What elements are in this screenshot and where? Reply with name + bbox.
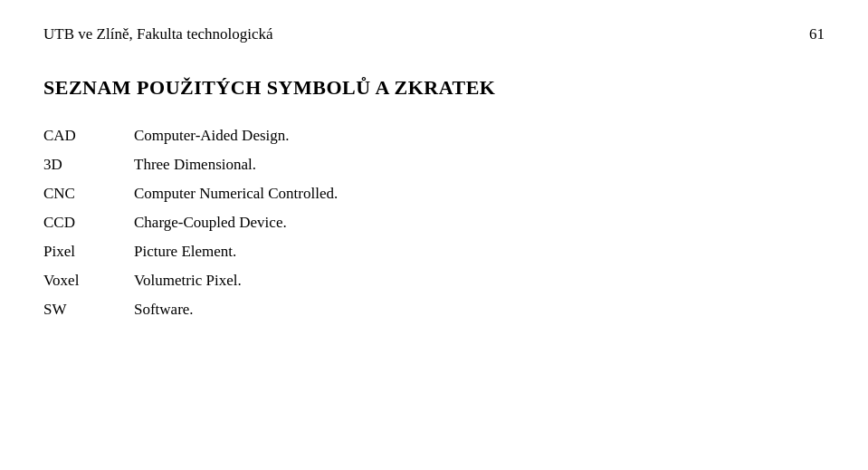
abbreviation-term: CNC [43, 185, 125, 203]
abbreviation-term: CAD [43, 127, 125, 145]
page: UTB ve Zlíně, Fakulta technologická 61 S… [0, 0, 868, 470]
abbreviation-definition: Computer Numerical Controlled. [134, 185, 338, 203]
abbreviation-definition: Software. [134, 301, 194, 319]
abbreviation-row: PixelPicture Element. [43, 243, 825, 261]
abbreviation-definition: Picture Element. [134, 243, 236, 261]
abbreviation-row: VoxelVolumetric Pixel. [43, 272, 825, 290]
abbreviation-term: Voxel [43, 272, 125, 290]
abbreviation-term: CCD [43, 214, 125, 232]
abbreviation-term: Pixel [43, 243, 125, 261]
section-title: SEZNAM POUŽITÝCH SYMBOLŮ A ZKRATEK [43, 76, 825, 100]
abbreviation-row: CADComputer-Aided Design. [43, 127, 825, 145]
abbreviation-term: 3D [43, 156, 125, 174]
abbreviation-row: CNCComputer Numerical Controlled. [43, 185, 825, 203]
abbreviation-term: SW [43, 301, 125, 319]
header-title: UTB ve Zlíně, Fakulta technologická [43, 25, 273, 43]
abbreviation-row: SWSoftware. [43, 301, 825, 319]
abbreviation-row: CCDCharge-Coupled Device. [43, 214, 825, 232]
header-page-number: 61 [809, 25, 825, 43]
page-header: UTB ve Zlíně, Fakulta technologická 61 [43, 25, 825, 43]
abbreviation-definition: Computer-Aided Design. [134, 127, 290, 145]
abbreviation-definition: Three Dimensional. [134, 156, 256, 174]
abbreviation-list: CADComputer-Aided Design.3DThree Dimensi… [43, 127, 825, 330]
abbreviation-row: 3DThree Dimensional. [43, 156, 825, 174]
abbreviation-definition: Volumetric Pixel. [134, 272, 242, 290]
abbreviation-definition: Charge-Coupled Device. [134, 214, 287, 232]
